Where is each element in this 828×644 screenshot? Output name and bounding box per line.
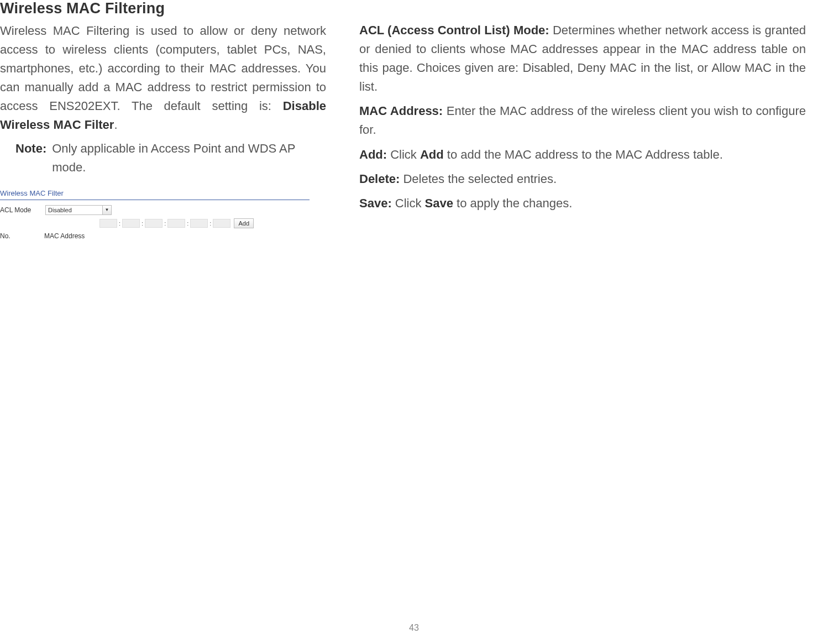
def-save-pre: Click <box>392 196 425 210</box>
def-save-post: to apply the changes. <box>453 196 572 210</box>
def-delete-text: Deletes the selected entries. <box>400 172 557 186</box>
mac-filter-screenshot: Wireless MAC Filter ACL Mode Disabled ▼ … <box>0 189 310 242</box>
mac-separator: : <box>185 220 190 227</box>
mac-octet-input[interactable] <box>213 219 230 228</box>
intro-text: Wireless MAC Filtering is used to allow … <box>0 24 326 113</box>
chevron-down-icon: ▼ <box>102 206 111 214</box>
acl-mode-value: Disabled <box>48 207 72 213</box>
intro-paragraph: Wireless MAC Filtering is used to allow … <box>0 22 326 135</box>
page-number: 43 <box>0 623 828 633</box>
note-text: Only applicable in Access Point and WDS … <box>52 139 326 177</box>
def-add-post: to add the MAC address to the MAC Addres… <box>444 148 723 161</box>
mac-separator: : <box>117 220 122 227</box>
def-add-bold: Add <box>420 148 444 161</box>
def-mac: MAC Address: Enter the MAC address of th… <box>359 102 806 139</box>
term-add: Add: <box>359 148 387 161</box>
acl-mode-label: ACL Mode <box>0 206 39 214</box>
def-save-bold: Save <box>425 196 453 210</box>
add-button[interactable]: Add <box>234 218 254 228</box>
mac-separator: : <box>208 220 213 227</box>
col-no: No. <box>0 232 22 240</box>
mac-separator: : <box>163 220 167 227</box>
def-add-pre: Click <box>387 148 420 161</box>
mac-input-group: : : : : : Add <box>99 218 254 228</box>
def-save: Save: Click Save to apply the changes. <box>359 194 806 213</box>
note-label: Note: <box>15 139 46 177</box>
term-save: Save: <box>359 196 392 210</box>
mac-octet-input[interactable] <box>167 219 185 228</box>
mac-octet-input[interactable] <box>99 219 117 228</box>
acl-mode-select[interactable]: Disabled ▼ <box>45 205 112 215</box>
mac-table-header: No. MAC Address <box>0 230 310 242</box>
mac-octet-input[interactable] <box>145 219 163 228</box>
def-add: Add: Click Add to add the MAC address to… <box>359 145 806 164</box>
note-block: Note: Only applicable in Access Point an… <box>0 139 326 177</box>
col-mac: MAC Address <box>44 232 85 240</box>
mac-input-row: : : : : : Add <box>0 217 310 230</box>
intro-end: . <box>114 118 117 132</box>
term-mac: MAC Address: <box>359 104 443 118</box>
page-title: Wireless MAC Filtering <box>0 0 326 17</box>
def-delete: Delete: Deletes the selected entries. <box>359 170 806 189</box>
acl-mode-row: ACL Mode Disabled ▼ <box>0 203 310 217</box>
mac-separator: : <box>140 220 145 227</box>
screenshot-title: Wireless MAC Filter <box>0 189 310 200</box>
definitions-column: ACL (Access Control List) Mode: Determin… <box>359 0 806 242</box>
mac-octet-input[interactable] <box>190 219 208 228</box>
term-delete: Delete: <box>359 172 400 186</box>
mac-octet-input[interactable] <box>122 219 140 228</box>
term-acl: ACL (Access Control List) Mode: <box>359 23 549 37</box>
def-acl: ACL (Access Control List) Mode: Determin… <box>359 21 806 96</box>
